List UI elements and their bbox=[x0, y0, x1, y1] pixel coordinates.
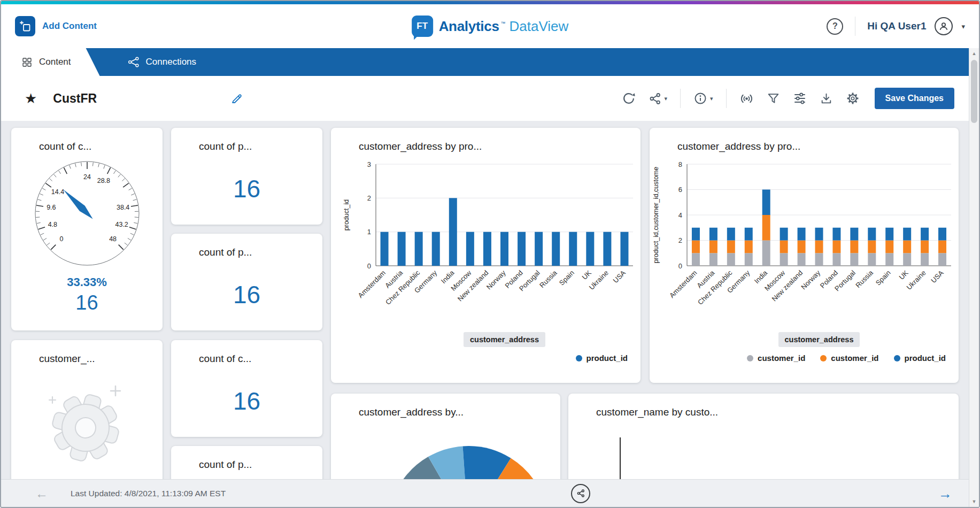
footer-share-button[interactable] bbox=[571, 484, 590, 503]
gear-button[interactable] bbox=[846, 91, 860, 105]
card-kpi[interactable]: count of c... 16 bbox=[171, 340, 322, 437]
svg-text:2: 2 bbox=[367, 194, 371, 202]
main-tab-bar: Content Connections bbox=[1, 48, 979, 76]
svg-text:3: 3 bbox=[367, 160, 371, 168]
app-window: Add Content FT Analytics ™ DataView ? Hi… bbox=[0, 0, 980, 508]
info-button[interactable]: ▾ bbox=[693, 91, 713, 105]
share-icon bbox=[576, 489, 585, 498]
toolbar-divider bbox=[726, 89, 727, 108]
share-button[interactable]: ▾ bbox=[649, 92, 668, 105]
kpi-value: 16 bbox=[171, 152, 322, 225]
card-title: customer_name by custo... bbox=[568, 394, 959, 418]
share-caret-icon: ▾ bbox=[665, 95, 668, 102]
card-kpi[interactable]: count of p... 16 bbox=[171, 234, 322, 330]
placeholder-gear-graphic bbox=[42, 379, 133, 469]
app-logo: FT Analytics ™ DataView bbox=[412, 16, 569, 37]
add-content-button[interactable]: Add Content bbox=[15, 16, 97, 36]
chart-legend: product_id bbox=[331, 347, 641, 363]
svg-text:Ukraine: Ukraine bbox=[905, 269, 927, 291]
x-axis-label-tag[interactable]: customer_address bbox=[464, 332, 545, 347]
favorite-star-icon[interactable]: ★ bbox=[25, 91, 37, 105]
chart-y-axis-line bbox=[620, 437, 621, 479]
edit-title-icon[interactable] bbox=[230, 92, 243, 105]
card-title: count of c... bbox=[171, 340, 322, 365]
download-icon bbox=[820, 92, 833, 105]
chart-legend: customer_idcustomer_idproduct_id bbox=[650, 347, 959, 363]
user-menu-caret-icon[interactable]: ▾ bbox=[961, 22, 965, 30]
svg-text:Russia: Russia bbox=[854, 268, 875, 289]
card-title: customer_address by... bbox=[331, 394, 560, 418]
card-kpi[interactable]: count of p... bbox=[171, 446, 322, 479]
header-divider bbox=[855, 17, 855, 36]
svg-text:UK: UK bbox=[897, 268, 910, 281]
svg-text:0: 0 bbox=[59, 235, 63, 243]
card-title: customer_address by pro... bbox=[331, 128, 641, 152]
download-button[interactable] bbox=[820, 92, 833, 105]
page-back-arrow-icon[interactable]: ← bbox=[35, 486, 48, 501]
svg-text:0: 0 bbox=[367, 262, 371, 270]
legend-item[interactable]: customer_id bbox=[747, 353, 805, 363]
card-gauge[interactable]: count of c... 04.89.614.42428.838.443.24… bbox=[11, 128, 163, 330]
settings-sliders-button[interactable] bbox=[793, 91, 807, 105]
vertical-scrollbar[interactable]: ▲ ▼ bbox=[969, 48, 979, 507]
info-caret-icon: ▾ bbox=[710, 95, 713, 102]
tab-content[interactable]: Content bbox=[1, 48, 100, 76]
stacked-bar-chart[interactable]: 02468product_id,customer_id,customeAmste… bbox=[650, 152, 959, 363]
legend-item[interactable]: customer_id bbox=[820, 353, 878, 363]
svg-text:38.4: 38.4 bbox=[116, 204, 129, 211]
legend-color-dot bbox=[820, 355, 827, 361]
scroll-up-icon[interactable]: ▲ bbox=[969, 49, 979, 58]
svg-text:UK: UK bbox=[581, 268, 593, 281]
gauge-chart[interactable]: 04.89.614.42428.838.443.248 bbox=[11, 153, 163, 280]
card-title: count of c... bbox=[11, 128, 163, 152]
svg-text:Spain: Spain bbox=[558, 269, 576, 287]
card-kpi[interactable]: count of p... 16 bbox=[171, 128, 322, 225]
dashboard-toolbar: ★ CustFR ▾ bbox=[1, 76, 979, 121]
svg-text:4.8: 4.8 bbox=[48, 221, 57, 228]
x-axis-label-tag[interactable]: customer_address bbox=[778, 332, 860, 347]
scrollbar-thumb[interactable] bbox=[971, 60, 977, 123]
svg-text:product_id: product_id bbox=[343, 199, 350, 230]
svg-text:4: 4 bbox=[678, 211, 682, 219]
logo-trademark: ™ bbox=[501, 21, 506, 26]
svg-text:6: 6 bbox=[678, 186, 682, 194]
svg-text:Spain: Spain bbox=[874, 269, 892, 287]
user-avatar-icon[interactable] bbox=[935, 17, 953, 35]
sliders-icon bbox=[793, 91, 807, 105]
svg-text:1: 1 bbox=[367, 228, 371, 236]
card-title: count of p... bbox=[171, 234, 322, 258]
broadcast-button[interactable] bbox=[739, 91, 754, 106]
user-area: ? Hi QA User1 ▾ bbox=[827, 17, 965, 36]
page-forward-arrow-icon[interactable]: → bbox=[938, 485, 952, 502]
tab-content-label: Content bbox=[39, 57, 71, 67]
svg-text:14.4: 14.4 bbox=[51, 188, 64, 196]
svg-text:28.8: 28.8 bbox=[97, 177, 110, 184]
save-changes-button[interactable]: Save Changes bbox=[875, 88, 954, 109]
card-axis-chart[interactable]: customer_name by custo... bbox=[568, 394, 959, 479]
card-donut-chart[interactable]: customer_address by... bbox=[331, 394, 560, 479]
toolbar-divider bbox=[680, 89, 681, 108]
legend-item[interactable]: product_id bbox=[894, 353, 946, 363]
gauge-kpi-value: 16 bbox=[11, 291, 163, 314]
scroll-down-icon[interactable]: ▼ bbox=[969, 497, 979, 506]
card-stacked-bar-chart[interactable]: customer_address by pro... 02468product_… bbox=[650, 128, 959, 383]
svg-text:Norway: Norway bbox=[485, 268, 507, 291]
refresh-icon bbox=[622, 91, 636, 105]
dashboard-title: CustFR bbox=[53, 91, 97, 106]
last-updated-text: Last Updated: 4/8/2021, 11:13:09 AM EST bbox=[71, 489, 226, 498]
card-title: count of p... bbox=[171, 446, 322, 471]
help-button[interactable]: ? bbox=[827, 18, 843, 35]
card-placeholder[interactable]: customer_... bbox=[11, 340, 163, 479]
filter-button[interactable] bbox=[767, 92, 780, 105]
legend-item[interactable]: product_id bbox=[576, 353, 628, 363]
donut-chart[interactable] bbox=[388, 446, 549, 479]
card-bar-chart[interactable]: customer_address by pro... 0123product_i… bbox=[331, 128, 641, 383]
tab-connections[interactable]: Connections bbox=[107, 48, 213, 76]
svg-text:Amsterdam: Amsterdam bbox=[668, 269, 699, 300]
bar-chart[interactable]: 0123product_idAmsterdamAustriaChez Repub… bbox=[331, 152, 641, 363]
refresh-button[interactable] bbox=[622, 91, 636, 105]
legend-color-dot bbox=[576, 355, 582, 361]
svg-text:USA: USA bbox=[929, 268, 945, 284]
svg-text:0: 0 bbox=[678, 262, 682, 270]
gear-icon bbox=[846, 91, 860, 105]
